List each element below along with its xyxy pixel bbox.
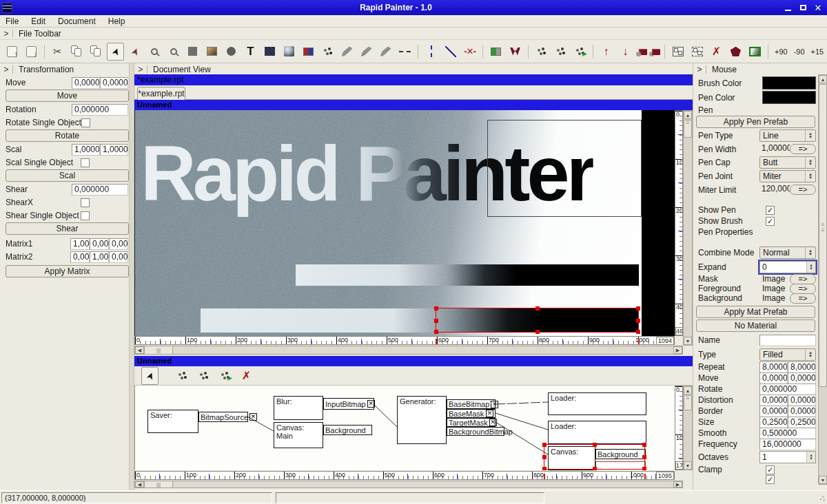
document-view-expander[interactable]: > (134, 65, 147, 74)
ungroup-button[interactable] (688, 43, 706, 61)
mask-assign-button[interactable]: => (790, 274, 816, 284)
mouse-panel-scroll-thumb[interactable]: ≡≡ (819, 84, 827, 387)
smooth-field[interactable]: 0,500000 (759, 428, 816, 439)
paste-button[interactable] (88, 43, 105, 61)
node-saver[interactable]: Saver: (147, 410, 198, 433)
size-y-field[interactable]: 0,250000 (788, 417, 816, 428)
apply-matrix-button[interactable]: Apply Matrix (6, 265, 129, 277)
resize-grip[interactable] (817, 494, 826, 503)
selection-handle[interactable] (434, 319, 438, 323)
rotate-minus-90-button[interactable]: -90 (792, 44, 807, 59)
move-y-field[interactable]: 0,000000 (788, 372, 816, 384)
rotation-field[interactable]: 0,000000 (72, 104, 128, 116)
brush-tool-3-button[interactable] (377, 43, 394, 61)
scroll-up-arrow-icon[interactable]: ▲ (819, 75, 827, 83)
left-panel-scrollbar[interactable] (129, 63, 134, 490)
matrix2-b-field[interactable]: 1,000 (90, 251, 109, 263)
selection-handle[interactable] (636, 319, 640, 323)
shear-field[interactable]: 0,000000 (72, 184, 128, 196)
document-canvas[interactable]: Rapid Painter (134, 110, 675, 336)
material-button[interactable] (727, 43, 744, 61)
node-h-scroll-thumb[interactable]: ||| (144, 481, 173, 487)
port-basebitmap[interactable]: BaseBitmap✕ (447, 399, 496, 409)
foreground-assign-button[interactable]: => (790, 284, 816, 294)
node-canvas-main[interactable]: Canvas: Main (274, 422, 323, 448)
save-document-button[interactable]: ↓ (23, 43, 40, 61)
apply-mat-prefab-button[interactable]: Apply Mat Prefab (696, 306, 815, 318)
repeat-x-field[interactable]: 8,000000 (759, 361, 788, 373)
merge-button[interactable] (487, 43, 504, 61)
distortion-x-field[interactable]: 0,000000 (759, 395, 788, 406)
show-brush-checkbox[interactable]: ✓ (766, 217, 775, 226)
port-inputbitmap[interactable]: InputBitmap✕ (323, 398, 374, 410)
move-x-field[interactable]: 0,000000 (72, 77, 100, 89)
node-v-scroll-thumb[interactable]: ≡ (684, 395, 692, 410)
move-down-button[interactable]: ↓ (617, 43, 634, 61)
name-input[interactable] (759, 335, 816, 346)
rotate-button[interactable]: Rotate (6, 129, 129, 142)
move-button[interactable]: Move (6, 90, 129, 102)
matrix1-c-field[interactable]: 0,000 (109, 238, 128, 250)
texture-tool-button[interactable] (261, 43, 278, 61)
dashed-line-tool-button[interactable] (396, 43, 414, 61)
selection-handle[interactable] (542, 455, 547, 459)
rotate-plus-15-button[interactable]: +15 (809, 44, 826, 59)
menu-help[interactable]: Help (108, 17, 125, 26)
node-loader-1[interactable]: Loader: (548, 392, 646, 415)
node-v-scrollbar[interactable]: ▲ ≡ ▼ (683, 386, 693, 470)
selection-handle[interactable] (636, 330, 640, 334)
type-dropdown[interactable]: Filled▲▼ (759, 348, 816, 361)
zoom-in-button[interactable] (145, 43, 163, 61)
document-h-scroll-thumb[interactable]: ||| (144, 346, 173, 354)
border-y-field[interactable]: 0,000000 (788, 406, 816, 417)
node-select-tool-button[interactable]: ➤ (141, 367, 159, 385)
brush-tool-2-button[interactable] (358, 43, 375, 61)
matrix2-a-field[interactable]: 0,000 (70, 251, 90, 263)
border-x-field[interactable]: 0,000000 (759, 406, 788, 417)
shear-button[interactable]: Shear (6, 222, 129, 235)
text-tool-button[interactable]: T (242, 43, 259, 61)
scroll-down-arrow-icon[interactable]: ▼ (684, 337, 692, 345)
size-x-field[interactable]: 0,250000 (759, 417, 788, 428)
raise-object-button[interactable] (636, 47, 647, 56)
apply-pen-prefab-button[interactable]: Apply Pen Prefab (696, 116, 815, 128)
tab-example-rpt[interactable]: *example.rpt (137, 87, 185, 100)
shear-single-object-checkbox[interactable] (81, 211, 90, 220)
selection-handle[interactable] (434, 330, 438, 334)
line-tool-button[interactable] (442, 43, 459, 61)
node-cluster-add-button[interactable]: ➤ (571, 43, 589, 61)
close-button[interactable]: ✕ (811, 2, 825, 13)
spinner-updown-icon[interactable]: ▲▼ (806, 452, 815, 463)
scroll-right-arrow-icon[interactable]: ▶ (673, 346, 682, 354)
document-v-scrollbar[interactable]: ▲ ≡ ▼ (683, 110, 693, 346)
selection-handle[interactable] (593, 467, 597, 470)
mdi-title-bar[interactable]: *example.rpt (134, 74, 693, 85)
frequency-field[interactable]: 16,000000 (759, 439, 816, 450)
move-x-field[interactable]: 0,000000 (759, 372, 788, 384)
port-basemask[interactable]: BaseMask✕ (447, 409, 496, 418)
canvas-selection-rect[interactable] (436, 308, 639, 333)
port-bitmapsource[interactable]: BitmapSource✕ (198, 412, 248, 422)
pen-cap-dropdown[interactable]: Butt▲▼ (759, 156, 816, 169)
sphere-tool-button[interactable] (280, 43, 298, 61)
scal-button[interactable]: Scal (6, 169, 129, 182)
brush-tool-1-button[interactable] (338, 43, 356, 61)
port-x-checkbox[interactable]: ✕ (491, 401, 498, 408)
delete-line-button[interactable]: -✕- (461, 43, 478, 61)
selection-handle[interactable] (636, 306, 640, 311)
combine-mode-dropdown[interactable]: Normal▲▼ (759, 246, 816, 259)
node-cluster-light-button[interactable] (552, 43, 569, 61)
rotate-single-object-checkbox[interactable] (81, 118, 90, 127)
scroll-up-arrow-icon[interactable]: ▲ (684, 111, 692, 119)
copy-button[interactable] (68, 43, 85, 61)
zoom-out-button[interactable] (165, 43, 182, 61)
mask-button[interactable] (507, 43, 524, 61)
expand-spinner[interactable]: 0▲▼ (759, 261, 816, 273)
node-loader-2[interactable]: Loader: (548, 421, 646, 444)
node-cluster-light-button[interactable] (195, 367, 212, 385)
node-blur[interactable]: Blur: (274, 396, 323, 420)
pen-type-dropdown[interactable]: Line▲▼ (759, 129, 816, 142)
port-x-checkbox[interactable]: ✕ (249, 413, 257, 421)
node-cluster-dark-button[interactable] (174, 367, 191, 385)
clamp-checkbox[interactable]: ✓ (766, 465, 775, 474)
